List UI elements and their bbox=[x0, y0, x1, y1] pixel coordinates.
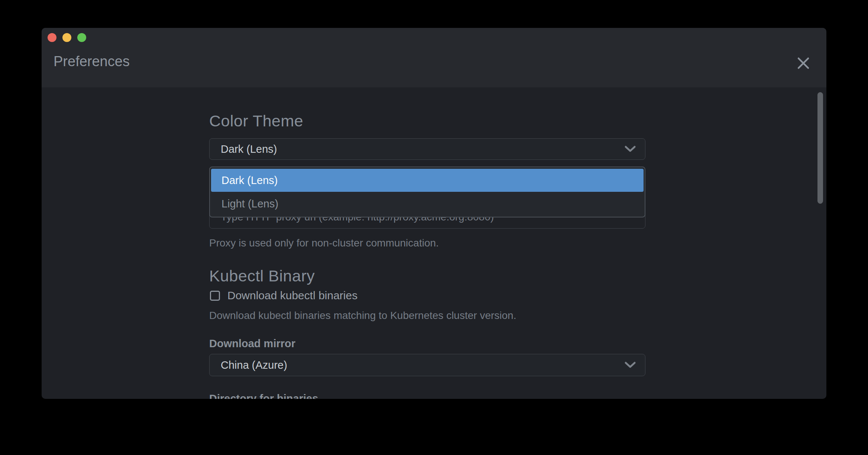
color-theme-select[interactable]: Dark (Lens) bbox=[209, 138, 645, 160]
download-kubectl-checkbox-label: Download kubectl binaries bbox=[227, 289, 357, 302]
chevron-down-icon bbox=[624, 361, 636, 369]
checkbox-unchecked-icon[interactable] bbox=[210, 291, 220, 301]
color-theme-select-value: Dark (Lens) bbox=[221, 143, 624, 155]
kubectl-binary-heading: Kubectl Binary bbox=[209, 267, 645, 285]
preferences-window: Preferences Color Theme Dark (Lens) Dark… bbox=[42, 28, 826, 399]
minimize-traffic-light[interactable] bbox=[62, 33, 71, 42]
download-mirror-select[interactable]: China (Azure) bbox=[209, 354, 645, 376]
color-theme-dropdown: Dark (Lens) Light (Lens) bbox=[209, 167, 645, 217]
zoom-traffic-light[interactable] bbox=[77, 33, 86, 42]
close-button[interactable] bbox=[794, 55, 812, 72]
color-theme-heading: Color Theme bbox=[209, 112, 645, 130]
download-kubectl-checkbox-row[interactable]: Download kubectl binaries bbox=[209, 289, 645, 302]
close-traffic-light[interactable] bbox=[48, 33, 56, 42]
page-title: Preferences bbox=[54, 52, 130, 70]
download-mirror-label: Download mirror bbox=[209, 338, 645, 350]
dropdown-option-light[interactable]: Light (Lens) bbox=[211, 192, 644, 216]
scrollbar-thumb[interactable] bbox=[817, 92, 823, 204]
proxy-helper-text: Proxy is used only for non-cluster commu… bbox=[209, 237, 645, 249]
dropdown-option-dark[interactable]: Dark (Lens) bbox=[211, 169, 644, 192]
kubectl-helper-text: Download kubectl binaries matching to Ku… bbox=[209, 310, 645, 322]
close-icon bbox=[796, 56, 810, 71]
download-mirror-select-value: China (Azure) bbox=[221, 359, 624, 371]
titlebar: Preferences bbox=[42, 28, 826, 87]
directory-for-binaries-label: Directory for binaries bbox=[209, 393, 645, 399]
chevron-down-icon bbox=[624, 145, 636, 153]
